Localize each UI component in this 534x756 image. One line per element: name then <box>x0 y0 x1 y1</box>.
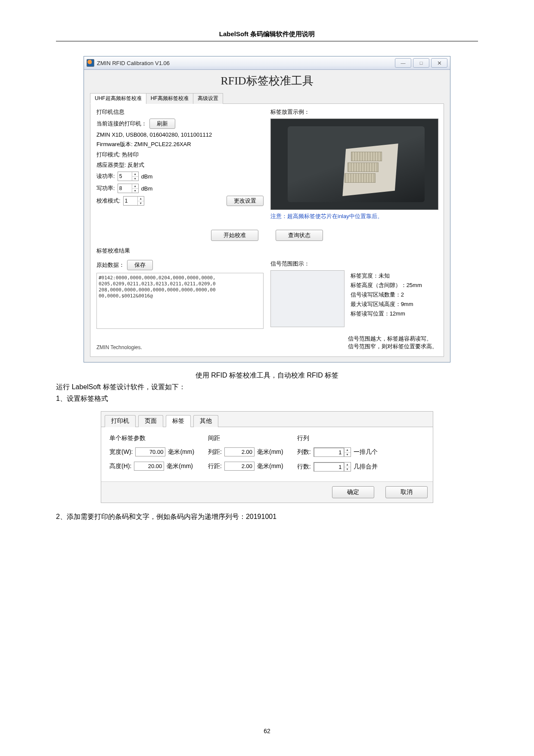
label-settings-dialog: 打印机 页面 标签 其他 单个标签参数 宽度(W): 毫米(mm) 高度(H): <box>101 411 433 503</box>
stat-position: 标签读写位置：12mm <box>351 310 437 318</box>
dbm-unit: dBm <box>141 185 153 192</box>
placement-example-title: 标签放置示例： <box>270 108 438 116</box>
minimize-button[interactable]: — <box>395 58 411 68</box>
refresh-button[interactable]: 刷新 <box>149 119 175 129</box>
rows-suffix: 几排合并 <box>354 463 378 471</box>
down-arrow-icon[interactable]: ▼ <box>345 467 351 472</box>
cols-spinner[interactable]: ▲▼ <box>314 447 351 457</box>
rfid-window: ZMIN RFID Calibration V1.06 — □ ✕ RFID标签… <box>84 56 450 362</box>
read-power-input[interactable] <box>118 173 132 179</box>
sensor-type-line: 感应器类型: 反射式 <box>96 161 264 169</box>
printer-device-line: ZMIN X1D, USB008, 016040280, 1011001112 <box>96 131 264 138</box>
cal-mode-label: 校准模式: <box>96 197 121 205</box>
down-arrow-icon[interactable]: ▼ <box>132 177 138 181</box>
row-gap-input[interactable] <box>224 462 255 471</box>
down-arrow-icon[interactable]: ▼ <box>132 189 138 193</box>
tab-page[interactable]: 页面 <box>138 415 163 427</box>
settings-tabs: 打印机 页面 标签 其他 <box>101 412 433 427</box>
stat-max-height: 最大读写区域高度：9mm <box>351 300 437 308</box>
brand-footer: ZMIN Technologies. <box>96 344 142 350</box>
cal-tabs: UHF超高频标签校准 HF高频标签校准 高级设置 <box>90 93 444 104</box>
single-label-title: 单个标签参数 <box>109 434 194 442</box>
connected-printer-label: 当前连接的打印机： <box>96 120 147 128</box>
firmware-line: Firmware版本: ZMIN_PCLE22.26XAR <box>96 141 264 148</box>
row-gap-label: 行距: <box>208 462 222 470</box>
gap-title: 间距 <box>208 434 283 442</box>
result-title: 标签校准结果 <box>96 247 438 255</box>
up-arrow-icon[interactable]: ▲ <box>345 462 351 467</box>
height-input[interactable] <box>134 462 164 471</box>
cal-mode-input[interactable] <box>124 198 137 204</box>
tab-hf[interactable]: HF高频标签校准 <box>146 93 193 104</box>
placement-note: 注意：超高频标签使芯片在inlay中位置靠后。 <box>270 212 438 220</box>
page-header: LabelSoft 条码编辑软件使用说明 <box>56 30 478 41</box>
width-label: 宽度(W): <box>109 448 133 456</box>
read-power-spinner[interactable]: ▲▼ <box>118 172 139 181</box>
up-arrow-icon[interactable]: ▲ <box>132 184 138 189</box>
tab-advanced[interactable]: 高级设置 <box>193 93 223 104</box>
cancel-button[interactable]: 取消 <box>385 486 428 498</box>
col-gap-input[interactable] <box>224 447 255 456</box>
raw-data-textarea[interactable]: #0142:0000,0000,0000,0204,0000,0000,0000… <box>96 273 264 329</box>
unit-mm: 毫米(mm) <box>168 448 194 456</box>
stat-height: 标签高度（含间隙）：25mm <box>351 281 437 289</box>
raw-data-label: 原始数据： <box>96 261 124 269</box>
unit-mm: 毫米(mm) <box>167 462 193 470</box>
signal-stats: 标签宽度：未知 标签高度（含间隙）：25mm 信号读写区域数量：2 最大读写区域… <box>351 270 437 319</box>
up-arrow-icon[interactable]: ▲ <box>345 448 351 453</box>
height-label: 高度(H): <box>109 462 131 470</box>
cols-suffix: 一排几个 <box>354 448 378 456</box>
figure-caption: 使用 RFID 标签校准工具，自动校准 RFID 标签 <box>56 371 478 380</box>
app-icon <box>87 59 94 67</box>
window-title: ZMIN RFID Calibration V1.06 <box>97 60 393 66</box>
step-2: 2、添加需要打印的条码和文字，例如条码内容为递增序列号：20191001 <box>56 512 478 522</box>
close-button[interactable]: ✕ <box>431 58 447 68</box>
cols-input[interactable] <box>314 448 344 457</box>
rows-cols-title: 行列 <box>297 434 378 442</box>
placement-image <box>270 119 438 210</box>
tab-other[interactable]: 其他 <box>193 415 218 427</box>
stat-regions: 信号读写区域数量：2 <box>351 291 437 299</box>
down-arrow-icon[interactable]: ▼ <box>138 201 144 206</box>
dbm-unit: dBm <box>141 173 153 180</box>
cal-mode-spinner[interactable]: ▲▼ <box>123 196 144 206</box>
page-number: 62 <box>0 728 534 734</box>
body-para-1: 运行 LabelSoft 标签设计软件，设置如下： <box>56 383 478 392</box>
printer-info-title: 打印机信息 <box>96 108 264 116</box>
change-settings-button[interactable]: 更改设置 <box>227 196 264 206</box>
signal-range-title: 信号范围图示： <box>270 260 310 268</box>
read-power-label: 读功率: <box>96 172 115 180</box>
tool-title: RFID标签校准工具 <box>90 70 444 90</box>
write-power-spinner[interactable]: ▲▼ <box>118 184 139 193</box>
up-arrow-icon[interactable]: ▲ <box>132 172 138 177</box>
tab-printer[interactable]: 打印机 <box>105 415 136 427</box>
tab-label[interactable]: 标签 <box>166 415 191 427</box>
write-power-label: 写功率: <box>96 184 115 192</box>
maximize-button[interactable]: □ <box>413 58 429 68</box>
unit-mm: 毫米(mm) <box>257 462 283 470</box>
tab-uhf[interactable]: UHF超高频标签校准 <box>90 93 146 104</box>
cols-label: 列数: <box>297 448 311 456</box>
start-calibration-button[interactable]: 开始校准 <box>211 230 258 241</box>
up-arrow-icon[interactable]: ▲ <box>138 197 144 201</box>
ok-button[interactable]: 确定 <box>332 486 374 498</box>
width-input[interactable] <box>135 447 165 456</box>
col-gap-label: 列距: <box>208 448 222 456</box>
signal-note-1: 信号范围越大，标签越容易读写。 <box>348 335 438 343</box>
down-arrow-icon[interactable]: ▼ <box>345 453 351 457</box>
query-status-button[interactable]: 查询状态 <box>276 230 323 241</box>
titlebar: ZMIN RFID Calibration V1.06 — □ ✕ <box>84 56 450 70</box>
rows-label: 行数: <box>297 463 311 471</box>
save-button[interactable]: 保存 <box>127 260 153 270</box>
unit-mm: 毫米(mm) <box>257 448 283 456</box>
print-mode-line: 打印模式: 热转印 <box>96 151 264 159</box>
rows-input[interactable] <box>314 462 344 472</box>
stat-width: 标签宽度：未知 <box>351 272 437 280</box>
step-1: 1、设置标签格式 <box>56 394 478 403</box>
write-power-input[interactable] <box>118 185 132 191</box>
rows-spinner[interactable]: ▲▼ <box>314 462 351 472</box>
signal-note-2: 信号范围窄，则对标签位置要求高。 <box>348 343 438 350</box>
signal-range-image <box>270 270 345 327</box>
